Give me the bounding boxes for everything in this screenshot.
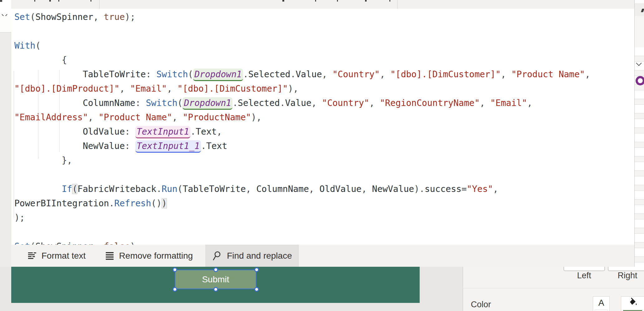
token-kw: Run	[162, 184, 178, 194]
token-punc: =	[461, 184, 467, 194]
code-line[interactable]: {	[14, 53, 634, 67]
code-line[interactable]: Set(ShowSpinner, true);	[14, 10, 634, 24]
control-reference-TextInput1[interactable]: TextInput1	[135, 126, 191, 138]
alignment-button-left[interactable]	[564, 267, 605, 271]
token-punc: ,	[93, 241, 104, 245]
token-str: "EmailAddress"	[14, 112, 88, 122]
properties-panel: Left Right Color A	[463, 267, 644, 311]
code-line[interactable]: "EmailAddress", "Product Name", "Product…	[14, 110, 634, 125]
code-line[interactable]: },	[14, 153, 634, 168]
token-punc: .	[156, 184, 162, 194]
token-id: Selected	[238, 98, 280, 108]
token-punc: .	[290, 69, 296, 79]
code-line[interactable]	[14, 225, 634, 239]
control-reference-Dropdown1[interactable]: Dropdown1	[193, 69, 243, 81]
code-line[interactable]: With(	[14, 39, 634, 53]
selection-handle-bottom-center[interactable]	[213, 287, 218, 292]
token-id: TableToWrite	[83, 69, 146, 79]
token-punc: },	[62, 155, 72, 165]
sliver-row	[635, 3, 644, 16]
token-str: "Email"	[130, 84, 167, 94]
selection-handle-top-left[interactable]	[173, 267, 177, 272]
token-punc: ),	[251, 112, 262, 122]
token-punc: :	[146, 69, 156, 79]
submit-button[interactable]: Submit	[175, 270, 256, 289]
sliver-row	[635, 16, 644, 48]
code-line[interactable]	[14, 24, 634, 39]
token-id: Value	[285, 98, 311, 108]
search-icon	[212, 251, 222, 261]
clipped-icon-fragment	[0, 0, 2, 2]
left-option-label[interactable]: Left	[572, 271, 597, 280]
right-option-label[interactable]: Right	[615, 271, 640, 280]
token-punc: .	[232, 98, 238, 108]
token-id: Selected	[248, 69, 290, 79]
token-id: PowerBIIntegration	[14, 198, 109, 208]
token-hl: )	[162, 198, 167, 208]
token-str: "Yes"	[467, 184, 493, 194]
token-id: FabricWriteback	[77, 184, 156, 194]
token-punc: ,	[246, 184, 256, 194]
token-punc: (	[30, 12, 36, 22]
token-kw: Switch	[146, 98, 177, 108]
find-and-replace-button[interactable]: Find and replace	[205, 245, 299, 267]
token-hl: (	[72, 184, 77, 194]
code-line[interactable]: TableToWrite: Switch(Dropdown1.Selected.…	[14, 67, 634, 82]
token-kw: Refresh	[114, 198, 151, 208]
clipped-text-fragment	[337, 0, 338, 2]
clipped-text-fragment	[365, 0, 367, 2]
token-punc: ,	[311, 98, 322, 108]
token-kw: Set	[14, 241, 30, 245]
token-punc: ,	[380, 69, 390, 79]
code-line[interactable]: );	[14, 211, 634, 225]
token-id: ColumnName	[83, 98, 135, 108]
token-str: "Product Name"	[511, 69, 585, 79]
token-str: "Email"	[490, 98, 527, 108]
code-line[interactable]	[14, 168, 634, 182]
token-id: ColumnName	[256, 184, 309, 194]
code-line[interactable]: OldValue: TextInput1.Text,	[14, 125, 634, 139]
code-line[interactable]: Set(ShowSpinner, false)	[14, 239, 634, 245]
token-str: "Country"	[322, 98, 369, 108]
token-kw: With	[14, 41, 35, 51]
token-id: success	[425, 184, 461, 194]
code-line[interactable]: NewValue: TextInput1_1.Text	[14, 139, 634, 153]
selection-handle-top-center[interactable]	[213, 267, 218, 272]
code-line[interactable]: "[dbo].[DimProduct]", "Email", "[dbo].[D…	[14, 82, 634, 96]
clipped-icon-fragment	[641, 9, 644, 12]
formula-bar-top-clipped-row	[11, 0, 634, 9]
app-canvas[interactable]: Submit	[11, 267, 420, 303]
alignment-button-right[interactable]	[608, 267, 644, 271]
token-punc: ,	[167, 84, 178, 94]
remove-formatting-button[interactable]: Remove formatting	[98, 245, 200, 267]
token-punc: ,	[322, 69, 333, 79]
fill-color-button[interactable]	[621, 296, 644, 311]
code-line[interactable]: If(FabricWriteback.Run(TableToWrite, Col…	[14, 182, 634, 196]
control-reference-TextInput1_1[interactable]: TextInput1_1	[135, 140, 201, 153]
token-punc: (	[178, 98, 183, 108]
rail-cell	[0, 3, 11, 16]
token-id: NewValue	[372, 184, 414, 194]
token-punc: ,	[217, 127, 222, 137]
token-punc: ,	[369, 98, 380, 108]
token-punc: ,	[585, 69, 590, 79]
token-punc: .	[201, 141, 206, 151]
control-reference-Dropdown1[interactable]: Dropdown1	[183, 97, 232, 110]
token-id: OldValue	[320, 184, 362, 194]
clipped-text-fragment	[389, 0, 390, 2]
code-line[interactable]: ColumnName: Switch(Dropdown1.Selected.Va…	[14, 96, 634, 110]
selection-handle-top-right[interactable]	[254, 267, 259, 272]
selection-handle-bottom-left[interactable]	[173, 287, 177, 292]
submit-button-label: Submit	[202, 275, 229, 285]
formula-editor[interactable]: Set(ShowSpinner, true);With( { TableToWr…	[11, 9, 634, 245]
font-color-letter: A	[593, 298, 609, 308]
font-color-button[interactable]: A	[593, 296, 610, 311]
rail-cell	[0, 16, 11, 32]
divider	[397, 0, 398, 9]
format-text-button[interactable]: Format text	[21, 245, 93, 267]
token-punc: (	[30, 241, 36, 245]
paint-bucket-icon	[621, 297, 644, 308]
code-line[interactable]: PowerBIIntegration.Refresh())	[14, 196, 634, 211]
token-punc: ,	[493, 184, 498, 194]
selection-handle-bottom-right[interactable]	[254, 287, 259, 292]
